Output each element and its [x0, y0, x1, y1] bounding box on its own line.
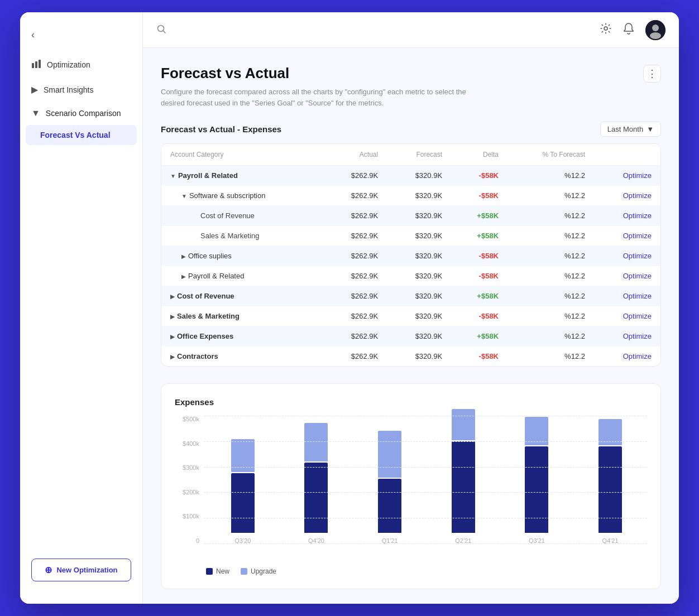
cell-category: ▶Contractors [161, 346, 323, 367]
table-row: ▶Sales & Marketing $262.9K $320.9K -$58K… [161, 306, 660, 326]
table-row: ▶Office suplies $262.9K $320.9K -$58K %1… [161, 246, 660, 266]
table-header-row: Account Category Actual Forecast Delta %… [161, 144, 660, 166]
cell-forecast: $320.9K [387, 346, 451, 367]
sidebar-label-optimization: Optimization [47, 60, 90, 69]
cell-action: Optimize [594, 206, 660, 226]
expand-icon[interactable]: ▶ [170, 354, 175, 360]
cell-action: Optimize [594, 246, 660, 266]
bar-group: Q4'20 [304, 416, 328, 544]
y-axis-label: $400k [175, 440, 204, 447]
table-section-title: Forecast vs Actual - Expenses [161, 124, 281, 134]
bar-upgrade [231, 439, 255, 472]
bar-upgrade [452, 409, 475, 441]
cell-delta: +$58K [451, 286, 508, 306]
optimize-link[interactable]: Optimize [623, 312, 652, 320]
optimize-link[interactable]: Optimize [623, 191, 652, 200]
sidebar-sub-label: Forecast Vs Actual [40, 131, 111, 139]
cell-pct: %12.2 [508, 286, 594, 306]
optimize-link[interactable]: Optimize [623, 352, 652, 360]
search-bar[interactable] [156, 24, 591, 36]
col-account-category: Account Category [161, 144, 323, 166]
sidebar-item-optimization[interactable]: Optimization [20, 52, 142, 78]
sidebar-item-smart-insights[interactable]: ▶ Smart Insights [20, 78, 142, 102]
cell-forecast: $320.9K [387, 286, 451, 306]
sidebar-item-scenario-comparison[interactable]: ▼ Scenario Comparison [20, 102, 142, 125]
cell-category: ▼Software & subscription [161, 186, 323, 206]
optimize-link[interactable]: Optimize [623, 171, 652, 180]
svg-point-7 [652, 25, 659, 31]
expand-icon[interactable]: ▼ [181, 193, 187, 199]
svg-rect-2 [39, 60, 41, 68]
optimize-link[interactable]: Optimize [623, 272, 652, 280]
bar-group: Q1'21 [378, 416, 401, 544]
bar-stack [304, 423, 328, 533]
expand-icon[interactable]: ▶ [170, 334, 175, 340]
bar-new [525, 446, 548, 533]
expand-icon[interactable]: ▼ [170, 173, 176, 179]
optimize-link[interactable]: Optimize [623, 332, 652, 340]
svg-point-8 [650, 32, 661, 39]
cell-actual: $262.9K [323, 306, 387, 326]
sidebar-sub-item-forecast-vs-actual[interactable]: Forecast Vs Actual [26, 125, 137, 145]
cell-actual: $262.9K [323, 206, 387, 226]
legend-label-upgrade: Upgrade [251, 567, 276, 575]
sidebar-label-smart-insights: Smart Insights [44, 85, 93, 94]
cell-category: ▼Payroll & Related [161, 166, 323, 186]
bar-new [378, 479, 401, 533]
settings-icon[interactable] [600, 22, 612, 37]
cell-pct: %12.2 [508, 206, 594, 226]
page-body: Forecast vs Actual Configure the forecas… [143, 48, 679, 604]
filter-button[interactable]: Last Month ▼ [600, 122, 661, 137]
page-header: Forecast vs Actual Configure the forecas… [161, 65, 661, 108]
chevron-down-icon: ▼ [31, 108, 40, 118]
optimize-link[interactable]: Optimize [623, 232, 652, 240]
bars-area: Q3'20 Q4'20 Q1'21 Q2'21 Q3'21 Q4'21 [206, 416, 647, 544]
avatar[interactable] [645, 20, 666, 40]
cell-actual: $262.9K [323, 346, 387, 367]
new-optimization-button[interactable]: ⊕ New Optimization [31, 559, 131, 581]
cell-actual: $262.9K [323, 326, 387, 346]
cell-delta: -$58K [451, 306, 508, 326]
expand-icon[interactable]: ▶ [181, 273, 186, 280]
app-container: ‹ Optimization ▶ Smart Insights ▼ Scenar… [20, 12, 679, 604]
bar-quarter-label: Q1'21 [382, 537, 398, 544]
cell-actual: $262.9K [323, 166, 387, 186]
cell-forecast: $320.9K [387, 326, 451, 346]
optimize-link[interactable]: Optimize [623, 292, 652, 300]
legend-label-new: New [216, 567, 229, 575]
table-row: ▶Payroll & Related $262.9K $320.9K -$58K… [161, 266, 660, 286]
bar-upgrade [304, 423, 328, 461]
bell-icon[interactable] [623, 22, 634, 37]
cell-category: ▶Payroll & Related [161, 266, 323, 286]
expand-icon[interactable]: ▶ [181, 253, 186, 259]
legend-dot-upgrade [241, 568, 247, 575]
expand-icon[interactable]: ▶ [170, 314, 175, 320]
table-row: ▶Cost of Revenue $262.9K $320.9K +$58K %… [161, 286, 660, 306]
table-row: ▼Software & subscription $262.9K $320.9K… [161, 186, 660, 206]
topbar-icons [600, 20, 666, 40]
svg-line-4 [164, 31, 166, 33]
legend-item-upgrade: Upgrade [241, 567, 276, 575]
col-actual: Actual [323, 144, 387, 166]
cell-action: Optimize [594, 286, 660, 306]
back-button[interactable]: ‹ [20, 23, 142, 52]
expand-icon[interactable]: ▶ [170, 293, 175, 300]
y-axis-label: $200k [175, 489, 204, 495]
more-options-button[interactable]: ⋮ [643, 65, 661, 83]
bar-upgrade [599, 419, 622, 445]
legend-item-new: New [206, 567, 229, 575]
svg-point-5 [604, 27, 607, 30]
svg-rect-0 [32, 63, 34, 68]
bar-quarter-label: Q3'21 [529, 537, 545, 544]
y-axis-label: $500k [175, 416, 204, 422]
y-axis-label: $100k [175, 513, 204, 519]
cell-pct: %12.2 [508, 166, 594, 186]
optimize-link[interactable]: Optimize [623, 211, 652, 220]
cell-category: ▶Office Expenses [161, 326, 323, 346]
cell-pct: %12.2 [508, 226, 594, 246]
cell-pct: %12.2 [508, 306, 594, 326]
optimize-link[interactable]: Optimize [623, 252, 652, 260]
sidebar: ‹ Optimization ▶ Smart Insights ▼ Scenar… [20, 12, 143, 604]
filter-chevron-icon: ▼ [647, 125, 654, 133]
chart-legend: New Upgrade [175, 567, 647, 575]
